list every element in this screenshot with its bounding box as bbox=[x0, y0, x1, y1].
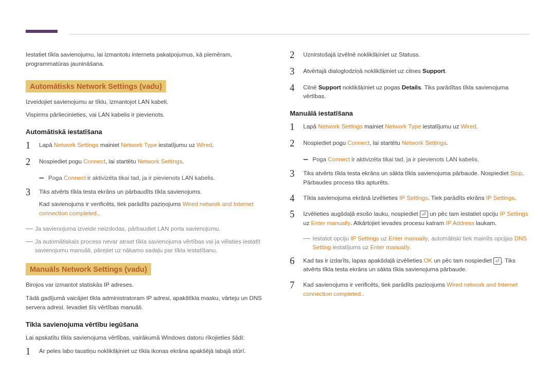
manual-step-2-note: ‒ Poga Connect ir aktivizēta tikai tad, … bbox=[303, 155, 529, 164]
sec2-p1: Birojos var izmantot statiskās IP adrese… bbox=[26, 281, 265, 290]
step-number: 3 bbox=[290, 67, 303, 77]
dash-icon: ‒ bbox=[39, 174, 48, 181]
manual-step-5-note: ― Iestatot opciju IP Settings uz Enter m… bbox=[303, 234, 529, 252]
header-rule bbox=[69, 34, 529, 34]
getval-step-2: 2 Uznirstošajā izvēlnē noklikšķiniet uz … bbox=[290, 50, 529, 61]
subheading-manual-setup: Manuālā iestatīšana bbox=[290, 109, 529, 117]
step-number: 1 bbox=[26, 141, 39, 151]
section-heading-manual: Manuāls Network Settings (vadu) bbox=[26, 263, 151, 275]
step-number: 1 bbox=[26, 347, 39, 357]
manual-step-5: 5 Izvēlieties augšdaļā esošo lauku, nosp… bbox=[290, 210, 529, 228]
sec2-p2: Tādā gadījumā vaicājiet tīkla administra… bbox=[26, 294, 265, 312]
step-text: Ar peles labo taustiņu noklikšķiniet uz … bbox=[39, 347, 265, 356]
step-text: Tīkla savienojuma ekrānā izvēlieties IP … bbox=[303, 194, 529, 203]
step-text: Lapā Network Settings mainiet Network Ty… bbox=[303, 122, 529, 132]
step-text: Izvēlieties augšdaļā esošo lauku, nospie… bbox=[303, 210, 529, 228]
sec1-p2: Vispirms pārliecinieties, vai LAN kabeli… bbox=[26, 110, 265, 120]
step-text: Tiks atvērts tīkla testa ekrāns un sākta… bbox=[303, 169, 529, 188]
note-text: Ja savienojuma izveide neizdodas, pārbau… bbox=[35, 225, 265, 233]
dash-icon: ‒ bbox=[303, 155, 312, 163]
auto-step-2: 2 Nospiediet pogu Connect, lai startētu … bbox=[26, 157, 265, 167]
step-number: 6 bbox=[290, 256, 303, 267]
step-text: Cilnē Support noklikšķiniet uz pogas Det… bbox=[303, 83, 529, 102]
auto-step-2-note: ‒ Poga Connect ir aktivizēta tikai tad, … bbox=[39, 174, 265, 182]
note-dash-icon: ― bbox=[303, 234, 312, 241]
step-number: 2 bbox=[290, 50, 303, 61]
step-text: Uznirstošajā izvēlnē noklikšķiniet uz St… bbox=[303, 50, 529, 60]
step-text: Atvērtajā dialoglodziņā noklikšķiniet uz… bbox=[303, 67, 529, 76]
step-number: 4 bbox=[290, 194, 303, 204]
note-text: Ja automātiskais process nevar atrast tī… bbox=[35, 237, 265, 255]
accent-bar bbox=[26, 30, 58, 33]
step-number: 3 bbox=[26, 188, 39, 198]
enter-key-icon: ⏎ bbox=[493, 257, 502, 265]
step-text: Kad tas ir izdarīts, lapas apakšdaļā izv… bbox=[303, 256, 529, 275]
getval-step-3: 3 Atvērtajā dialoglodziņā noklikšķiniet … bbox=[290, 67, 529, 77]
note-dash-icon: ― bbox=[26, 225, 35, 232]
right-column: 2 Uznirstošajā izvēlnē noklikšķiniet uz … bbox=[290, 50, 529, 363]
auto-step-3: 3 Tiks atvērts tīkla testa ekrāns un pār… bbox=[26, 188, 265, 218]
step-number: 1 bbox=[290, 122, 303, 133]
note-text: Iestatot opciju IP Settings uz Enter man… bbox=[312, 234, 529, 252]
manual-step-2: 2 Nospiediet pogu Connect, lai startētu … bbox=[290, 139, 529, 149]
step-text: Nospiediet pogu Connect, lai startētu Ne… bbox=[39, 157, 265, 166]
manual-step-3: 3 Tiks atvērts tīkla testa ekrāns un sāk… bbox=[290, 169, 529, 188]
intro-text: Iestatiet tīkla savienojumu, lai izmanto… bbox=[26, 50, 265, 69]
step-text: Nospiediet pogu Connect, lai startētu Ne… bbox=[303, 139, 529, 148]
getval-step-4: 4 Cilnē Support noklikšķiniet uz pogas D… bbox=[290, 83, 529, 102]
section-heading-auto: Automātisks Network Settings (vadu) bbox=[26, 80, 166, 92]
step-number: 2 bbox=[26, 157, 39, 167]
manual-step-7: 7 Kad savienojums ir verificēts, tiek pa… bbox=[290, 281, 529, 299]
manual-step-6: 6 Kad tas ir izdarīts, lapas apakšdaļā i… bbox=[290, 256, 529, 275]
content-columns: Iestatiet tīkla savienojumu, lai izmanto… bbox=[26, 26, 529, 363]
step-text: Lapā Network Settings mainiet Network Ty… bbox=[39, 141, 265, 150]
step-number: 5 bbox=[290, 210, 303, 220]
enter-key-icon: ⏎ bbox=[420, 211, 428, 218]
step-text: Kad savienojums ir verificēts, tiek parā… bbox=[303, 281, 529, 299]
step-number: 2 bbox=[290, 139, 303, 149]
note-text: Poga Connect ir aktivizēta tikai tad, ja… bbox=[48, 174, 265, 182]
note-dash-icon: ― bbox=[26, 237, 35, 245]
step-number: 7 bbox=[290, 281, 303, 291]
subheading-get-values: Tīkla savienojuma vērtību iegūšana bbox=[26, 321, 265, 328]
auto-note-1: ― Ja savienojuma izveide neizdodas, pārb… bbox=[26, 225, 265, 233]
auto-note-2: ― Ja automātiskais process nevar atrast … bbox=[26, 237, 265, 255]
getval-step-1: 1 Ar peles labo taustiņu noklikšķiniet u… bbox=[26, 347, 265, 357]
note-text: Poga Connect ir aktivizēta tikai tad, ja… bbox=[312, 155, 529, 164]
step-number: 4 bbox=[290, 83, 303, 94]
subheading-auto-setup: Automātiskā iestatīšana bbox=[26, 128, 265, 136]
step-number: 3 bbox=[290, 169, 303, 179]
manual-step-4: 4 Tīkla savienojuma ekrānā izvēlieties I… bbox=[290, 194, 529, 204]
sec1-p1: Izveidojiet savienojumu ar tīklu, izmant… bbox=[26, 98, 265, 107]
sec2-p3: Lai apskatītu tīkla savienojuma vērtības… bbox=[26, 333, 265, 343]
auto-step-1: 1 Lapā Network Settings mainiet Network … bbox=[26, 141, 265, 151]
manual-step-1: 1 Lapā Network Settings mainiet Network … bbox=[290, 122, 529, 133]
step-text: Tiks atvērts tīkla testa ekrāns un pārba… bbox=[39, 188, 265, 218]
left-column: Iestatiet tīkla savienojumu, lai izmanto… bbox=[26, 50, 265, 363]
